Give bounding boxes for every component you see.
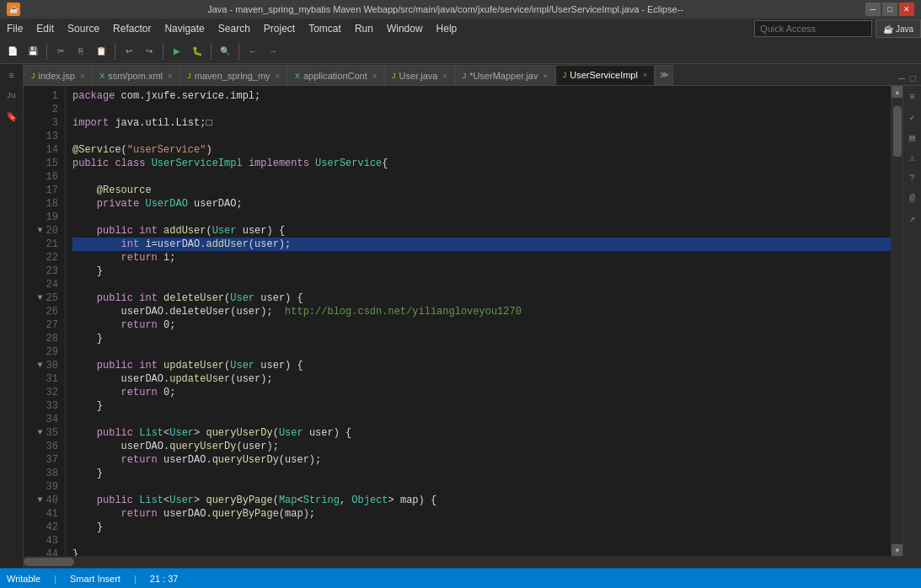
ln-25: ▼25 (30, 291, 62, 305)
tab-close-userserviceimpl[interactable]: × (643, 71, 647, 79)
gutter-bookmark-icon[interactable]: 🔖 (3, 108, 20, 125)
menu-run[interactable]: Run (348, 19, 380, 39)
tb-sep-1 (46, 43, 47, 60)
scroll-down-arrow[interactable]: ▼ (892, 544, 902, 556)
rs-problems-icon[interactable]: ⚠ (905, 150, 920, 165)
tab-close-usermapper[interactable]: × (543, 72, 547, 80)
tab-index-jsp[interactable]: J index.jsp × (24, 65, 92, 85)
titlebar: ☕ Java - maven_spring_mybatis Maven Weba… (0, 0, 921, 19)
rs-tasks-icon[interactable]: ✓ (905, 110, 920, 125)
tb-paste-button[interactable]: 📋 (92, 42, 110, 61)
tab-icon-index-jsp: J (31, 72, 35, 80)
menu-search[interactable]: Search (212, 19, 257, 39)
left-gutter: ≡ Ju 🔖 (0, 64, 24, 568)
menu-help[interactable]: Help (430, 19, 464, 39)
gutter-outline-icon[interactable]: Ju (3, 88, 20, 104)
tb-copy-button[interactable]: ⎘ (72, 42, 90, 61)
tab-maven-spring[interactable]: J maven_spring_my × (179, 65, 287, 85)
tab-label-pom: ssm/pom.xml (108, 71, 163, 81)
hscroll-thumb[interactable] (24, 558, 74, 566)
close-button[interactable]: ✕ (899, 3, 914, 16)
tb-back-button[interactable]: ← (244, 42, 262, 61)
ln-36: 36 (30, 440, 62, 453)
tab-appcontext[interactable]: X applicationCont × (287, 65, 384, 85)
tab-maximize-icon[interactable]: □ (908, 73, 918, 85)
tab-minimize-icon[interactable]: ─ (897, 73, 907, 85)
tab-user-java[interactable]: J User.java × (384, 65, 455, 85)
perspective-java-button[interactable]: ☕ Java (875, 19, 921, 38)
code-line-24 (72, 278, 891, 291)
code-line-28: } (72, 332, 891, 345)
rs-refs-icon[interactable]: ↗ (905, 211, 920, 226)
ln-22: 22 (30, 251, 62, 265)
ln-17: 17 (30, 184, 62, 197)
scroll-thumb[interactable] (893, 106, 902, 157)
window-title: Java - maven_spring_mybatis Maven Webapp… (25, 4, 865, 14)
rs-javadoc-icon[interactable]: ? (905, 170, 920, 185)
tab-icon-userserviceimpl: J (563, 71, 567, 79)
code-line-18: private UserDAO userDAO; (72, 197, 891, 211)
tab-userserviceimpl[interactable]: J UserServiceImpl × (555, 65, 655, 85)
ln-20: ▼20 (30, 224, 62, 238)
tb-undo-button[interactable]: ↩ (120, 42, 138, 61)
code-line-20: public int addUser(User user) { (72, 224, 891, 238)
quick-access-input[interactable] (754, 20, 872, 37)
menu-tomcat[interactable]: Tomcat (302, 19, 348, 39)
code-line-43 (72, 534, 891, 548)
ln-41: 41 (30, 507, 62, 521)
rs-console-icon[interactable]: ▤ (905, 130, 920, 145)
tab-close-pom[interactable]: × (168, 72, 172, 80)
tab-close-user[interactable]: × (442, 72, 447, 80)
code-line-15: public class UserServiceImpl implements … (72, 157, 891, 170)
code-editor[interactable]: 1 2 3 13 14 15 16 17 18 19 ▼20 21 22 23 … (24, 86, 902, 556)
menu-edit[interactable]: Edit (29, 19, 61, 39)
tb-run-button[interactable]: ▶ (168, 42, 186, 61)
vertical-scrollbar[interactable]: ▲ ▼ (891, 86, 902, 556)
hscroll-track[interactable] (24, 556, 921, 568)
code-line-41: return userDAO.queryByPage(map); (72, 507, 891, 521)
menu-file[interactable]: File (0, 19, 29, 39)
tb-sep-2 (115, 43, 115, 60)
ln-31: 31 (30, 372, 62, 386)
tab-usermapper[interactable]: J *UserMapper.jav × (455, 65, 555, 85)
menu-refactor[interactable]: Refactor (106, 19, 158, 39)
scroll-up-arrow[interactable]: ▲ (892, 86, 902, 98)
ln-43: 43 (30, 534, 62, 548)
tab-close-appcontext[interactable]: × (372, 72, 377, 80)
menu-source[interactable]: Source (61, 19, 106, 39)
tb-redo-button[interactable]: ↪ (140, 42, 158, 61)
rs-decl-icon[interactable]: @ (905, 190, 920, 206)
editor-wrapper: J index.jsp × X ssm/pom.xml × J maven_sp… (24, 64, 921, 568)
tb-sep-4 (211, 43, 212, 60)
menubar: File Edit Source Refactor Navigate Searc… (0, 19, 921, 39)
tab-pom-xml[interactable]: X ssm/pom.xml × (92, 65, 179, 85)
minimize-button[interactable]: ─ (865, 3, 881, 16)
code-line-31: userDAO.updateUser(user); (72, 372, 891, 386)
menu-project[interactable]: Project (257, 19, 302, 39)
code-line-14: @Service("userService") (72, 143, 891, 157)
status-insert-mode: Smart Insert (70, 574, 120, 584)
code-content[interactable]: package com.jxufe.service.impl; import j… (66, 86, 891, 556)
tab-close-maven[interactable]: × (276, 72, 280, 80)
tab-icon-maven: J (187, 72, 191, 80)
tab-icon-usermapper: J (463, 72, 467, 80)
tb-forward-button[interactable]: → (264, 42, 282, 61)
tab-close-index-jsp[interactable]: × (80, 72, 84, 80)
tb-save-button[interactable]: 💾 (24, 42, 42, 61)
code-line-44: } (72, 548, 891, 556)
ln-40: ▼40 (30, 494, 62, 507)
tab-overflow-button[interactable]: ≫ (655, 65, 673, 85)
tb-new-button[interactable]: 📄 (3, 42, 22, 61)
tb-debug-button[interactable]: 🐛 (188, 42, 206, 61)
scroll-track[interactable] (892, 98, 902, 544)
tb-search-button[interactable]: 🔍 (216, 42, 234, 61)
maximize-button[interactable]: □ (882, 3, 897, 16)
menu-navigate[interactable]: Navigate (158, 19, 211, 39)
menu-window[interactable]: Window (380, 19, 430, 39)
tab-label-index-jsp: index.jsp (39, 71, 75, 81)
tb-cut-button[interactable]: ✂ (51, 42, 70, 61)
code-line-30: public int updateUser(User user) { (72, 359, 891, 372)
rs-outline-icon[interactable]: ≡ (905, 89, 920, 104)
gutter-tasks-icon[interactable]: ≡ (3, 67, 20, 84)
horizontal-scrollbar[interactable] (24, 556, 921, 568)
